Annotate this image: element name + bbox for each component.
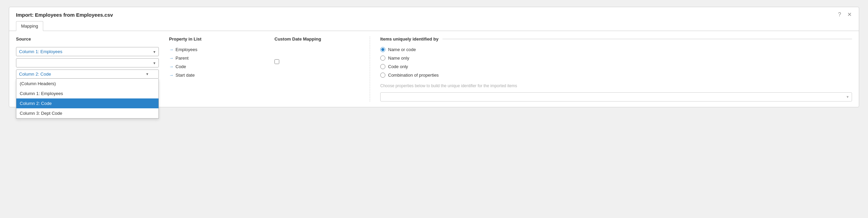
property-arrow-parent-icon: → <box>169 56 173 61</box>
tab-content: Source Column 1: Employees ▼ ▼ <box>9 31 859 107</box>
radio-label-name-or-code: Name or code <box>388 47 416 52</box>
source-dropdown-2-trigger[interactable]: Column 2: Code ▼ <box>16 69 159 79</box>
property-arrow-startdate-icon: → <box>169 73 173 78</box>
property-arrow-employees-icon: → <box>169 47 173 52</box>
columns-layout: Source Column 1: Employees ▼ ▼ <box>16 36 852 102</box>
property-arrow-code-icon: → <box>169 64 173 69</box>
props-select[interactable] <box>380 92 852 102</box>
property-item-startdate: → Start date <box>169 73 268 78</box>
property-label-code: Code <box>176 64 186 69</box>
dropdown-item-column3[interactable]: Column 3: Dept Code <box>16 108 158 118</box>
source-empty-select[interactable] <box>16 58 159 67</box>
source-dropdown-2-arrow-icon: ▼ <box>146 72 149 76</box>
source-dropdown-2-container: Column 2: Code ▼ (Column Headers) Column… <box>16 69 159 79</box>
source-dropdown-1-wrapper: Column 1: Employees ▼ <box>16 47 159 56</box>
import-dialog: Import: Employees from Employees.csv ? ✕… <box>9 7 859 107</box>
property-item-employees: → Employees <box>169 47 268 52</box>
unique-header: Items uniquely identified by <box>380 36 852 42</box>
start-date-checkbox[interactable] <box>274 59 279 64</box>
dropdown-item-column-headers[interactable]: (Column Headers) <box>16 79 158 89</box>
close-button[interactable]: ✕ <box>846 11 853 18</box>
dialog-title: Import: Employees from Employees.csv <box>16 12 113 18</box>
dialog-title-bar: Import: Employees from Employees.csv ? ✕ <box>9 7 859 21</box>
radio-group-unique: Name or code Name only Code only Combina… <box>380 47 852 78</box>
help-button[interactable]: ? <box>836 11 843 18</box>
source-dropdown-2-value: Column 2: Code <box>19 72 51 77</box>
dialog-controls: ? ✕ <box>836 11 853 18</box>
tab-bar: Mapping <box>9 21 859 31</box>
unique-title: Items uniquely identified by <box>380 36 438 42</box>
radio-code-only[interactable] <box>380 64 385 69</box>
radio-item-code-only[interactable]: Code only <box>380 64 852 69</box>
property-label-parent: Parent <box>176 56 188 61</box>
unique-helper-text: Choose properties below to build the uni… <box>380 83 852 89</box>
property-label-startdate: Start date <box>176 73 195 78</box>
dropdown-item-column2[interactable]: Column 2: Code <box>16 98 158 108</box>
unique-column: Items uniquely identified by Name or cod… <box>370 36 852 102</box>
radio-label-name-only: Name only <box>388 56 409 61</box>
property-item-code: → Code <box>169 64 268 69</box>
radio-name-only[interactable] <box>380 56 385 61</box>
radio-label-combination: Combination of properties <box>388 73 439 78</box>
source-dropdown-1[interactable]: Column 1: Employees <box>16 47 159 56</box>
radio-label-code-only: Code only <box>388 64 408 69</box>
source-dropdown-2-list: (Column Headers) Column 1: Employees Col… <box>16 79 159 119</box>
dropdown-item-column1[interactable]: Column 1: Employees <box>16 89 158 98</box>
tab-mapping[interactable]: Mapping <box>16 21 43 31</box>
radio-item-combination[interactable]: Combination of properties <box>380 73 852 78</box>
property-item-parent: → Parent <box>169 56 268 61</box>
unique-line-divider <box>443 39 852 39</box>
radio-combination[interactable] <box>380 73 385 78</box>
custom-date-column: Custom Date Mapping <box>268 36 370 102</box>
property-label-employees: Employees <box>176 47 197 52</box>
source-header: Source <box>16 36 159 43</box>
property-header: Property in List <box>169 36 268 43</box>
start-date-checkbox-row <box>274 59 370 64</box>
source-column: Source Column 1: Employees ▼ ▼ <box>16 36 159 102</box>
radio-name-or-code[interactable] <box>380 47 385 52</box>
property-column: Property in List → Employees → Parent → … <box>159 36 268 102</box>
source-empty-wrapper: ▼ <box>16 58 159 67</box>
radio-item-name-or-code[interactable]: Name or code <box>380 47 852 52</box>
props-select-wrapper: ▼ <box>380 92 852 102</box>
custom-date-header: Custom Date Mapping <box>274 36 370 43</box>
radio-item-name-only[interactable]: Name only <box>380 56 852 61</box>
